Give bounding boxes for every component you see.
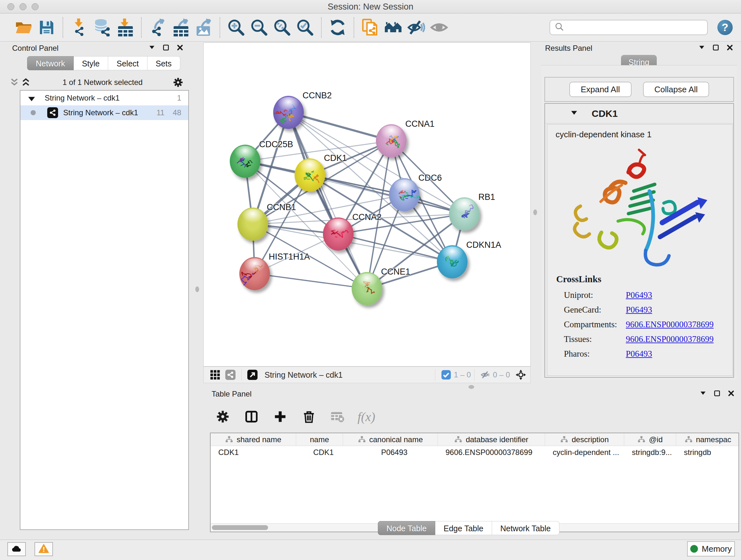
warnings-button[interactable] [35,542,53,556]
panel-float-icon[interactable] [712,44,719,52]
import-table-button[interactable] [114,17,137,38]
export-image-button[interactable] [192,17,215,38]
scrollbar-thumb[interactable] [212,525,268,530]
clone-network-button[interactable] [359,17,382,38]
refresh-button[interactable] [326,17,349,38]
hide-selected-button[interactable] [405,17,428,38]
crosslink-link[interactable]: P06493 [626,288,652,302]
crosslink-link[interactable]: P06493 [626,347,652,361]
crosslink-link[interactable]: 9606.ENSP00000378699 [626,332,714,347]
table-cell[interactable]: P06493 [343,446,438,459]
table-toolbar: f(x) [203,402,741,431]
column-header--id[interactable]: @id [624,433,676,446]
network-node-cdc25b[interactable] [230,145,260,178]
tab-network[interactable]: Network [27,56,74,70]
panel-close-icon[interactable] [726,44,733,52]
network-view-panel: CCNB2CCNA1CDC25BCDK1CDC6RB1CCNB1CCNA2CDK… [203,42,531,384]
panel-close-icon[interactable] [728,390,735,398]
network-node-hist1h1a[interactable] [239,257,270,290]
table-options-gear-icon[interactable] [214,408,231,425]
left-splitter-handle[interactable] [195,287,199,292]
main-toolbar: ? [0,13,741,42]
crosslink-link[interactable]: 9606.ENSP00000378699 [626,317,714,332]
search-input[interactable] [567,23,703,32]
table-cell[interactable]: CDK1 [211,446,296,459]
import-network-button[interactable] [68,17,91,38]
table-cell[interactable]: stringdb [676,446,739,459]
open-session-button[interactable] [12,17,35,38]
expand-all-button[interactable]: Expand All [569,82,631,97]
crosslinks-section: CrossLinks Uniprot:P06493GeneCard:P06493… [556,274,714,361]
column-header-namespac[interactable]: namespac [676,433,739,446]
protein-card-header[interactable]: CDK1 [545,104,733,124]
show-columns-icon[interactable] [243,408,260,425]
network-node-cdkn1a[interactable] [437,245,468,278]
network-canvas[interactable]: CCNB2CCNA1CDC25BCDK1CDC6RB1CCNB1CCNA2CDK… [203,43,531,367]
fit-crosshair-icon[interactable] [516,370,526,380]
tab-select[interactable]: Select [108,56,147,70]
table-tabs: Node TableEdge TableNetwork Table [378,521,559,535]
tab-network-table[interactable]: Network Table [492,521,559,535]
birds-eye-grid-icon[interactable] [210,370,220,380]
network-node-cdk1[interactable] [294,159,325,192]
zoom-in-button[interactable] [225,17,248,38]
collapse-all-networks-icon[interactable] [10,78,19,87]
network-node-ccnb1[interactable] [238,207,268,241]
tab-edge-table[interactable]: Edge Table [435,521,492,535]
column-header-database-identifier[interactable]: database identifier [438,433,545,446]
panel-float-icon[interactable] [162,44,170,52]
crosslink-link[interactable]: P06493 [626,302,652,317]
export-network-button[interactable] [146,17,169,38]
table-cell[interactable]: cyclin-dependent ... [545,446,624,459]
network-node-ccna1[interactable] [376,124,407,158]
expand-all-networks-icon[interactable] [21,78,30,87]
save-session-button[interactable] [35,17,58,38]
network-node-ccna2[interactable] [323,217,354,251]
collapse-protein-icon[interactable] [545,109,578,118]
panel-collapse-icon[interactable] [698,44,705,52]
zoom-fit-button[interactable] [271,17,293,38]
search-box[interactable] [549,20,708,35]
column-header-name[interactable]: name [296,433,343,446]
zoom-out-button[interactable] [248,17,271,38]
cloud-status-button[interactable] [7,542,26,556]
network-row[interactable]: String Network – cdk1 11 48 [20,105,188,120]
network-node-rb1[interactable] [449,197,480,231]
column-header-description[interactable]: description [545,433,624,446]
tab-style[interactable]: Style [74,56,109,70]
export-table-button[interactable] [169,17,192,38]
import-network-database-button[interactable] [91,17,114,38]
table-row[interactable]: CDK1CDK1P064939606.ENSP00000378699cyclin… [211,446,738,459]
panel-close-icon[interactable] [177,44,184,52]
panel-collapse-icon[interactable] [148,44,155,52]
network-overview-icon[interactable] [225,370,235,380]
bottom-splitter-handle[interactable] [468,385,474,389]
column-header-canonical-name[interactable]: canonical name [343,433,438,446]
network-node-ccnb2[interactable] [273,96,304,129]
show-all-button[interactable] [428,17,451,38]
right-splitter-handle[interactable] [533,209,537,215]
node-label-ccnb1: CCNB1 [267,202,296,212]
column-header-shared-name[interactable]: shared name [211,433,296,446]
create-column-icon[interactable] [272,408,289,425]
network-node-cdc6[interactable] [389,178,420,211]
panel-float-icon[interactable] [714,390,721,398]
tree-expand-icon[interactable] [27,95,37,102]
selected-checkbox-icon[interactable] [441,370,451,380]
network-node-ccne1[interactable] [352,272,382,305]
collapse-all-button[interactable]: Collapse All [643,82,710,97]
help-button[interactable]: ? [718,20,733,35]
tab-sets[interactable]: Sets [147,56,180,70]
network-collection-row[interactable]: String Network – cdk1 1 [20,91,188,105]
table-cell[interactable]: 9606.ENSP00000378699 [438,446,545,459]
zoom-selected-button[interactable] [293,17,317,38]
table-cell[interactable]: stringdb:9... [624,446,676,459]
table-cell[interactable]: CDK1 [296,446,343,459]
delete-column-icon[interactable] [300,408,318,425]
panel-collapse-icon[interactable] [699,390,706,398]
memory-button[interactable]: Memory [687,541,735,557]
detach-view-icon[interactable] [247,370,258,380]
network-options-gear-icon[interactable] [173,77,184,88]
tab-node-table[interactable]: Node Table [378,521,435,535]
first-neighbors-button[interactable] [382,17,405,38]
